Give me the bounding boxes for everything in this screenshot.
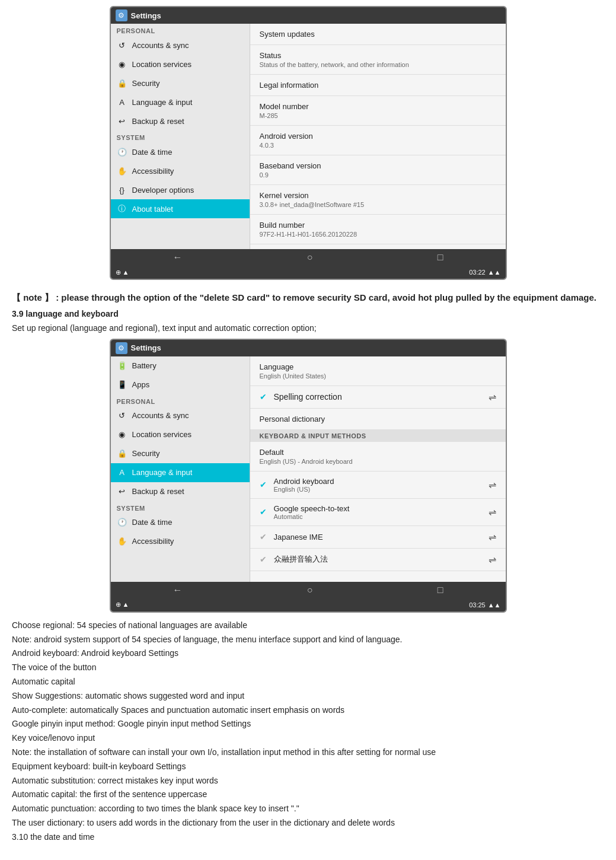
spelling-row[interactable]: ✔Spelling correction⇌	[250, 386, 506, 409]
device1-titlebar: ⚙ Settings	[111, 7, 506, 24]
chinese-label: 众融拼音输入法	[274, 554, 328, 565]
sidebar-item-security2[interactable]: 🔒Security	[111, 444, 250, 463]
body-text-line-1: Note: android system support of 54 speci…	[12, 633, 604, 647]
developer-options-label: Developer options	[132, 186, 194, 195]
sidebar-item-date-time2[interactable]: 🕐Date & time	[111, 513, 250, 532]
settings-icon-2: ⚙	[116, 342, 127, 354]
sidebar-item-about-tablet[interactable]: ⓘAbout tablet	[111, 199, 250, 218]
row-title-6: Kernel version	[260, 191, 496, 200]
sidebar-item-location-services2[interactable]: ◉Location services	[111, 425, 250, 444]
chinese-check-icon: ✔	[260, 555, 269, 564]
security2-icon: 🔒	[117, 448, 127, 459]
recent-button-2[interactable]: □	[438, 585, 443, 595]
content-row-3[interactable]: Model numberM-285	[250, 96, 506, 126]
sidebar-section-personal: PERSONAL	[111, 24, 250, 36]
about-tablet-label: About tablet	[132, 205, 173, 214]
sidebar-item-accounts-sync[interactable]: ↺Accounts & sync	[111, 36, 250, 55]
language-row[interactable]: LanguageEnglish (United States)	[250, 356, 506, 386]
row-title-3: Model number	[260, 102, 496, 111]
default-keyboard-row[interactable]: DefaultEnglish (US) - Android keyboard	[250, 442, 506, 472]
content-row-0[interactable]: System updates	[250, 24, 506, 45]
sidebar-section-system: SYSTEM	[111, 501, 250, 513]
settings-icon-1: ⚙	[116, 9, 127, 21]
location-services2-label: Location services	[132, 430, 191, 439]
chinese-settings-btn[interactable]: ⇌	[489, 554, 496, 565]
chinese-input-row[interactable]: ✔众融拼音输入法⇌	[250, 549, 506, 571]
row-sub-6: 3.0.8+ inet_dada@InetSoftware #15	[260, 201, 496, 208]
body-text-line-0: Choose regional: 54 species of national …	[12, 619, 604, 633]
sidebar-item-developer-options[interactable]: {}Developer options	[111, 180, 250, 199]
content-row-2[interactable]: Legal information	[250, 75, 506, 96]
personal-dict-row[interactable]: Personal dictionary	[250, 409, 506, 430]
keyboard-section-label: KEYBOARD & INPUT METHODS	[250, 430, 506, 442]
sidebar-section-personal: PERSONAL	[111, 394, 250, 406]
row-sub-7: 97F2-H1-H1-H01-1656.20120228	[260, 231, 496, 238]
backup-reset-label: Backup & reset	[132, 117, 184, 126]
japanese-ime-check-icon: ✔	[260, 532, 269, 542]
sidebar-item-accounts-sync2[interactable]: ↺Accounts & sync	[111, 406, 250, 425]
device1-navbar: ← ○ □	[111, 249, 506, 266]
sidebar-item-date-time[interactable]: 🕐Date & time	[111, 142, 250, 161]
row-sub-4: 4.0.3	[260, 142, 496, 149]
body-text-block: Choose regional: 54 species of national …	[12, 619, 604, 845]
content-row-7[interactable]: Build number97F2-H1-H1-H01-1656.20120228	[250, 215, 506, 244]
google-speech-settings-btn[interactable]: ⇌	[489, 507, 496, 518]
home-button-1[interactable]: ○	[307, 252, 313, 263]
accounts-sync-icon: ↺	[117, 40, 127, 50]
sidebar-item-apps[interactable]: 📱Apps	[111, 375, 250, 394]
android-kb-label: Android keyboardEnglish (US)	[274, 477, 334, 493]
device1-statusbar: ⊕ ▲ 03:22 ▲▲	[111, 266, 506, 279]
recent-button-1[interactable]: □	[438, 252, 443, 263]
security-icon: 🔒	[117, 78, 127, 88]
content-row-5[interactable]: Baseband version0.9	[250, 155, 506, 185]
device2-content: LanguageEnglish (United States)✔Spelling…	[250, 356, 506, 582]
content-row-1[interactable]: StatusStatus of the battery, network, an…	[250, 45, 506, 75]
sidebar-item-backup-reset[interactable]: ↩Backup & reset	[111, 112, 250, 130]
google-speech-row[interactable]: ✔Google speech-to-textAutomatic⇌	[250, 499, 506, 526]
sidebar-item-backup-reset2[interactable]: ↩Backup & reset	[111, 482, 250, 501]
accessibility2-icon: ✋	[117, 536, 127, 547]
back-button-2[interactable]: ←	[173, 585, 183, 595]
status-time-1: 03:22	[469, 269, 486, 276]
sidebar-item-language-input[interactable]: ALanguage & input	[111, 93, 250, 112]
apps-icon: 📱	[117, 380, 127, 390]
content-row-4[interactable]: Android version4.0.3	[250, 126, 506, 155]
date-time2-icon: 🕐	[117, 517, 127, 528]
device2-statusbar: ⊕ ▲ 03:25 ▲▲	[111, 598, 506, 611]
sidebar-item-accessibility[interactable]: ✋Accessibility	[111, 161, 250, 180]
backup-reset-icon: ↩	[117, 116, 127, 126]
japanese-ime-settings-btn[interactable]: ⇌	[489, 531, 496, 543]
statusbar-left-2: ⊕ ▲	[116, 601, 129, 609]
sidebar-section-system: SYSTEM	[111, 130, 250, 142]
developer-options-icon: {}	[117, 184, 127, 195]
sidebar-item-location-services[interactable]: ◉Location services	[111, 55, 250, 74]
statusbar-right-2: 03:25 ▲▲	[469, 601, 500, 609]
sidebar-item-accessibility2[interactable]: ✋Accessibility	[111, 532, 250, 551]
row-title-2: Legal information	[260, 81, 496, 90]
back-button-1[interactable]: ←	[173, 252, 183, 263]
status-icons-1: ⊕ ▲	[116, 269, 129, 276]
sidebar-item-language-input2[interactable]: ALanguage & input	[111, 463, 250, 482]
sidebar-item-battery[interactable]: 🔋Battery	[111, 356, 250, 375]
bracket-note: 【 note 】 : please through the option of …	[12, 292, 596, 302]
japanese-ime-row[interactable]: ✔Japanese IME⇌	[250, 526, 506, 549]
battery-label: Battery	[132, 361, 157, 370]
sidebar-item-security[interactable]: 🔒Security	[111, 74, 250, 93]
body-text-line-3: The voice of the button	[12, 661, 604, 675]
home-button-2[interactable]: ○	[307, 585, 313, 595]
google-speech-label: Google speech-to-textAutomatic	[274, 504, 350, 520]
location-services2-icon: ◉	[117, 429, 127, 440]
body-text-line-11: Automatic substitution: correct mistakes…	[12, 774, 604, 788]
japanese-ime-label: Japanese IME	[274, 533, 323, 542]
language-input-label: Language & input	[132, 98, 193, 107]
android-kb-settings-btn[interactable]: ⇌	[489, 479, 496, 490]
body-text-line-6: Auto-complete: automatically Spaces and …	[12, 703, 604, 718]
body-text-line-15: 3.10 the date and time	[12, 830, 604, 845]
row-sub-1: Status of the battery, network, and othe…	[260, 61, 496, 68]
spelling-settings-btn[interactable]: ⇌	[489, 391, 496, 403]
content-row-6[interactable]: Kernel version3.0.8+ inet_dada@InetSoftw…	[250, 185, 506, 215]
android-kb-row[interactable]: ✔Android keyboardEnglish (US)⇌	[250, 472, 506, 499]
wifi-signal-2: ▲▲	[488, 601, 501, 609]
location-services-label: Location services	[132, 60, 191, 69]
language-title: Language	[260, 362, 496, 371]
